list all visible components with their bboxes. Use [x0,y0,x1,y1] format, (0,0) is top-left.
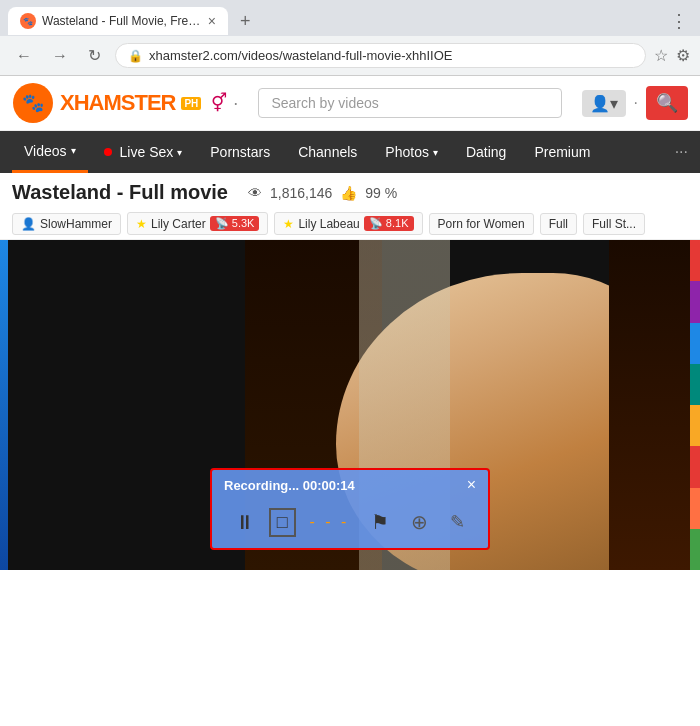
reload-button[interactable]: ↻ [82,42,107,69]
nav-label-photos: Photos [385,144,429,160]
tag-label-lily-carter: Lily Carter [151,217,206,231]
nav-label-channels: Channels [298,144,357,160]
stop-btn[interactable]: □ [269,508,296,537]
nav-item-videos[interactable]: Videos ▾ [12,131,88,173]
rating-text: 99 % [365,185,397,201]
address-input[interactable]: 🔒 xhamster2.com/videos/wasteland-full-mo… [115,43,646,68]
star-icon: ★ [136,217,147,231]
new-tab-button[interactable]: + [232,7,259,36]
side-seg-6 [690,446,700,487]
star-icon-2: ★ [283,217,294,231]
recording-controls: ⏸ □ - - - ⚑ ⊕ ✎ [224,502,476,542]
tab-bar: 🐾 Wasteland - Full Movie, Free... × + ⋮ [0,0,700,36]
gender-icon: ⚥ [211,92,227,114]
recording-header: Recording... 00:00:14 × [224,476,476,494]
nav-more-button[interactable]: ··· [675,143,688,161]
nav-item-dating[interactable]: Dating [454,131,518,173]
tag-label-full: Full [549,217,568,231]
side-seg-5 [690,405,700,446]
tag-category-porn-for-women[interactable]: Porn for Women [429,213,534,235]
dot-separator: · [233,93,238,114]
search-bar[interactable]: Search by videos [258,88,561,118]
hair-right [609,240,700,570]
browser-menu-icon[interactable]: ⋮ [666,6,692,36]
user-icon: 👤 [21,217,36,231]
side-seg-8 [690,529,700,570]
video-title-bar: Wasteland - Full movie 👁 1,816,146 👍 99 … [0,173,700,208]
tag-sub-lily-carter: 📡 5.3K [210,216,260,231]
tag-sub-lily-labeau: 📡 8.1K [364,216,414,231]
bookmark-button[interactable]: ☆ [654,46,668,65]
tag-star-lily-labeau[interactable]: ★ Lily Labeau 📡 8.1K [274,212,422,235]
tag-user-slowhammer[interactable]: 👤 SlowHammer [12,213,121,235]
forward-button[interactable]: → [46,43,74,69]
nav-arrow-photos: ▾ [433,147,438,158]
upload-button[interactable]: 👤▾ [582,90,626,117]
search-placeholder: Search by videos [271,95,378,111]
site-header: 🐾 XHAMSTER PH ⚥ · Search by videos 👤▾ · … [0,76,700,131]
side-color-bar [690,240,700,570]
edit-btn[interactable]: ✎ [442,507,473,537]
target-btn[interactable]: ⊕ [403,506,436,538]
tags-bar: 👤 SlowHammer ★ Lily Carter 📡 5.3K ★ Lily… [0,208,700,240]
nav-bar: Videos ▾ Live Sex ▾ Pornstars Channels P… [0,131,700,173]
tab-close-button[interactable]: × [208,13,216,29]
live-dot-icon [104,148,112,156]
logo-svg-icon: 🐾 [12,82,54,124]
search-submit-button[interactable]: 🔍 [646,86,688,120]
svg-text:🐾: 🐾 [22,92,45,114]
nav-label-pornstars: Pornstars [210,144,270,160]
logo-ph-badge: PH [181,97,201,110]
nav-label-live-sex: Live Sex [120,144,174,160]
video-page: Wasteland - Full movie 👁 1,816,146 👍 99 … [0,173,700,570]
tab-favicon: 🐾 [20,13,36,29]
recording-close-button[interactable]: × [467,476,476,494]
pause-btn[interactable]: ⏸ [227,507,263,538]
thumb-icon: 👍 [340,185,357,201]
dots-btn[interactable]: - - - [302,509,358,535]
recording-overlay: Recording... 00:00:14 × ⏸ □ - - - ⚑ ⊕ ✎ [210,468,490,550]
nav-item-photos[interactable]: Photos ▾ [373,131,450,173]
nav-item-premium[interactable]: Premium [522,131,602,173]
nav-label-videos: Videos [24,143,67,159]
tag-label-porn-for-women: Porn for Women [438,217,525,231]
nav-item-pornstars[interactable]: Pornstars [198,131,282,173]
tag-label-lily-labeau: Lily Labeau [298,217,359,231]
eye-icon: 👁 [248,185,262,201]
nav-arrow-live: ▾ [177,147,182,158]
browser-chrome: 🐾 Wasteland - Full Movie, Free... × + ⋮ … [0,0,700,76]
address-bar: ← → ↻ 🔒 xhamster2.com/videos/wasteland-f… [0,36,700,75]
back-button[interactable]: ← [10,43,38,69]
nav-arrow-videos: ▾ [71,145,76,156]
view-count: 1,816,146 [270,185,332,201]
header-actions: 👤▾ · 🔍 [582,86,688,120]
side-seg-7 [690,488,700,529]
address-text: xhamster2.com/videos/wasteland-full-movi… [149,48,633,63]
active-tab[interactable]: 🐾 Wasteland - Full Movie, Free... × [8,7,228,35]
tag-category-full[interactable]: Full [540,213,577,235]
video-stats: 👁 1,816,146 👍 99 % [248,185,397,201]
tag-label-slowhammer: SlowHammer [40,217,112,231]
lock-icon: 🔒 [128,49,143,63]
tab-title: Wasteland - Full Movie, Free... [42,14,202,28]
tag-star-lily-carter[interactable]: ★ Lily Carter 📡 5.3K [127,212,268,235]
video-title: Wasteland - Full movie [12,181,228,204]
side-seg-2 [690,281,700,322]
side-seg-4 [690,364,700,405]
flag-btn[interactable]: ⚑ [363,506,397,538]
logo-area[interactable]: 🐾 XHAMSTER PH ⚥ · [12,82,238,124]
nav-label-premium: Premium [534,144,590,160]
side-seg-3 [690,323,700,364]
tag-category-full-st[interactable]: Full St... [583,213,645,235]
dot-sep2: · [634,94,638,112]
video-frame[interactable]: Recording... 00:00:14 × ⏸ □ - - - ⚑ ⊕ ✎ [0,240,700,570]
nav-item-channels[interactable]: Channels [286,131,369,173]
tag-label-full-st: Full St... [592,217,636,231]
nav-item-live-sex[interactable]: Live Sex ▾ [92,131,195,173]
logo-text: XHAMSTER [60,90,175,116]
profile-button[interactable]: ⚙ [676,46,690,65]
nav-label-dating: Dating [466,144,506,160]
recording-text: Recording... 00:00:14 [224,478,355,493]
video-area[interactable]: Recording... 00:00:14 × ⏸ □ - - - ⚑ ⊕ ✎ [0,240,700,570]
left-blue-strip [0,240,8,570]
